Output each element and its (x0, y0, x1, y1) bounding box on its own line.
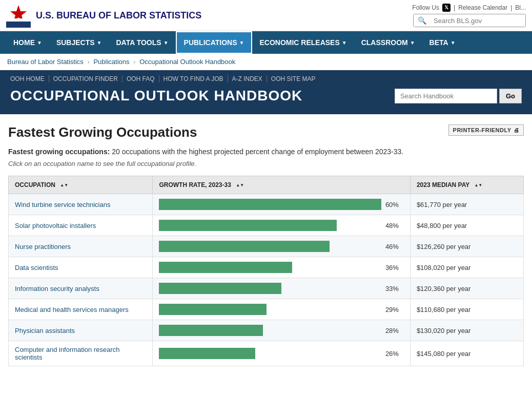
occupation-link[interactable]: Solar photovoltaic installers (15, 222, 96, 229)
growth-pct-label: 26% (385, 350, 404, 358)
chevron-down-icon: ▼ (342, 40, 347, 46)
growth-rate-cell: 26% (153, 341, 411, 366)
median-pay-cell: $61,770 per year (410, 194, 523, 215)
growth-rate-cell: 29% (153, 299, 411, 320)
site-search-input[interactable] (431, 15, 525, 27)
separator-2: | (510, 4, 512, 11)
growth-pct-label: 60% (385, 201, 404, 208)
sort-arrows-icon: ▲▼ (60, 183, 68, 187)
col-header-pay[interactable]: 2023 MEDIAN PAY ▲▼ (410, 176, 523, 194)
top-right-area: Follow Us 𝕏 | Release Calendar | Bl... 🔍 (412, 4, 526, 27)
occupation-link[interactable]: Medical and health services managers (15, 306, 129, 313)
bl-link[interactable]: Bl... (515, 4, 526, 11)
chevron-down-icon: ▼ (451, 40, 456, 46)
breadcrumb-bls-link[interactable]: Bureau of Labor Statistics (7, 58, 84, 66)
ooh-how-to-find-link[interactable]: HOW TO FIND A JOB (159, 75, 228, 82)
svg-rect-2 (6, 22, 31, 28)
occupation-link[interactable]: Wind turbine service technicians (15, 201, 110, 208)
search-icon: 🔍 (414, 14, 431, 27)
median-pay-cell: $120,360 per year (410, 278, 523, 299)
occupation-link[interactable]: Data scientists (15, 264, 58, 271)
nav-item-data-tools[interactable]: DATA TOOLS ▼ (109, 32, 176, 53)
ooh-faq-link[interactable]: OOH FAQ (122, 75, 159, 82)
printer-icon: 🖨 (514, 127, 520, 133)
col-header-growth[interactable]: GROWTH RATE, 2023-33 ▲▼ (153, 176, 411, 194)
main-nav: HOME ▼ SUBJECTS ▼ DATA TOOLS ▼ PUBLICATI… (0, 31, 532, 54)
growth-rate-cell: 36% (153, 257, 411, 278)
col-header-occupation[interactable]: OCCUPATION ▲▼ (9, 176, 153, 194)
table-row: Nurse practitioners46%$126,260 per year (9, 236, 524, 257)
occupation-cell: Information security analysts (9, 278, 153, 299)
occupation-cell: Physician assistants (9, 320, 153, 341)
median-pay-cell: $108,020 per year (410, 257, 523, 278)
site-search-bar: 🔍 (413, 14, 526, 27)
page-description: Fastest growing occupations: 20 occupati… (8, 148, 524, 156)
x-social-icon[interactable]: 𝕏 (442, 4, 451, 12)
growth-pct-label: 33% (385, 285, 404, 292)
occupation-link[interactable]: Computer and information research scient… (15, 346, 120, 361)
median-pay-cell: $130,020 per year (410, 320, 523, 341)
nav-item-publications[interactable]: PUBLICATIONS ▼ (176, 31, 253, 54)
ooh-site-map-link[interactable]: OOH SITE MAP (267, 75, 320, 82)
ooh-home-link[interactable]: OOH HOME (10, 75, 49, 82)
breadcrumb: Bureau of Labor Statistics › Publication… (0, 54, 532, 70)
occupation-link[interactable]: Information security analysts (15, 285, 99, 292)
ooh-nav-links: OOH HOME OCCUPATION FINDER OOH FAQ HOW T… (10, 75, 522, 82)
ooh-title-row: OCCUPATIONAL OUTLOOK HANDBOOK Go (10, 88, 522, 104)
sort-arrows-icon: ▲▼ (474, 183, 482, 187)
ooh-title: OCCUPATIONAL OUTLOOK HANDBOOK (10, 88, 302, 104)
sort-arrows-icon: ▲▼ (236, 183, 244, 187)
printer-friendly-button[interactable]: PRINTER-FRIENDLY 🖨 (448, 124, 524, 136)
occupation-link[interactable]: Physician assistants (15, 327, 75, 334)
occupation-cell: Nurse practitioners (9, 236, 153, 257)
chevron-down-icon: ▼ (239, 40, 244, 46)
nav-item-classroom[interactable]: CLASSROOM ▼ (354, 32, 422, 53)
median-pay-cell: $145,080 per year (410, 341, 523, 366)
chevron-down-icon: ▼ (163, 40, 169, 46)
table-row: Information security analysts33%$120,360… (9, 278, 524, 299)
ooh-az-index-link[interactable]: A-Z INDEX (228, 75, 267, 82)
growth-rate-cell: 28% (153, 320, 411, 341)
chevron-down-icon: ▼ (37, 40, 42, 46)
growth-pct-label: 29% (385, 306, 404, 313)
table-row: Wind turbine service technicians60%$61,7… (9, 194, 524, 215)
table-body: Wind turbine service technicians60%$61,7… (9, 194, 524, 366)
separator-1: | (454, 4, 455, 11)
table-row: Physician assistants28%$130,020 per year (9, 320, 524, 341)
growth-rate-cell: 48% (153, 215, 411, 236)
nav-item-home[interactable]: HOME ▼ (6, 32, 49, 53)
breadcrumb-sep-1: › (87, 58, 91, 66)
site-title: U.S. BUREAU OF LABOR STATISTICS (36, 10, 201, 21)
top-bar: U.S. BUREAU OF LABOR STATISTICS Follow U… (0, 0, 532, 31)
nav-item-subjects[interactable]: SUBJECTS ▼ (49, 32, 109, 53)
growth-pct-label: 28% (385, 327, 404, 334)
growth-pct-label: 36% (385, 264, 404, 271)
nav-item-beta[interactable]: BETA ▼ (422, 32, 463, 53)
table-row: Data scientists36%$108,020 per year (9, 257, 524, 278)
handbook-search-button[interactable]: Go (499, 89, 522, 103)
handbook-search-input[interactable] (395, 89, 497, 103)
table-row: Medical and health services managers29%$… (9, 299, 524, 320)
follow-us-label: Follow Us (412, 4, 439, 11)
nav-item-economic-releases[interactable]: ECONOMIC RELEASES ▼ (252, 32, 354, 53)
chevron-down-icon: ▼ (410, 40, 415, 46)
growth-pct-label: 48% (385, 222, 404, 229)
release-calendar-link[interactable]: Release Calendar (458, 4, 507, 11)
breadcrumb-sep-2: › (133, 58, 137, 66)
occupation-cell: Wind turbine service technicians (9, 194, 153, 215)
bls-logo-icon (6, 3, 31, 28)
occupation-cell: Medical and health services managers (9, 299, 153, 320)
logo-area: U.S. BUREAU OF LABOR STATISTICS (6, 3, 201, 28)
occupation-cell: Solar photovoltaic installers (9, 215, 153, 236)
table-row: Solar photovoltaic installers48%$48,800 … (9, 215, 524, 236)
breadcrumb-publications-link[interactable]: Publications (93, 58, 129, 66)
top-links: Follow Us 𝕏 | Release Calendar | Bl... (412, 4, 526, 12)
occupation-link[interactable]: Nurse practitioners (15, 243, 71, 250)
breadcrumb-ooh-link[interactable]: Occupational Outlook Handbook (139, 58, 235, 66)
ooh-occupation-finder-link[interactable]: OCCUPATION FINDER (49, 75, 122, 82)
occupation-cell: Data scientists (9, 257, 153, 278)
growth-pct-label: 46% (385, 243, 404, 250)
growth-rate-cell: 60% (153, 194, 411, 215)
ooh-header-band: OOH HOME OCCUPATION FINDER OOH FAQ HOW T… (0, 70, 532, 114)
svg-rect-3 (6, 18, 31, 22)
